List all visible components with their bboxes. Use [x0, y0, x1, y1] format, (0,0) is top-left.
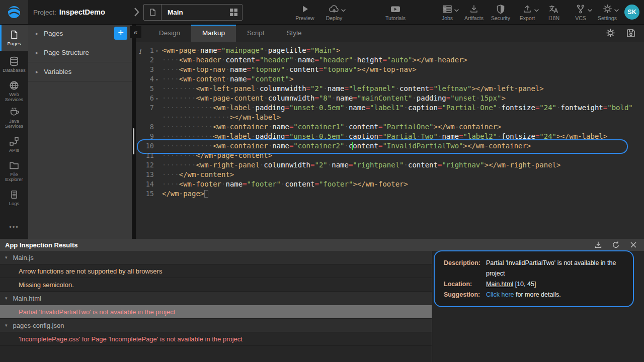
user-avatar[interactable]: SK: [624, 5, 639, 20]
editor-tab-script[interactable]: Script: [236, 24, 276, 42]
code-line[interactable]: 13····</wm-content>: [136, 170, 644, 179]
wavemaker-logo[interactable]: [0, 0, 28, 24]
toolbar-label: VCS: [575, 15, 586, 21]
editor-tab-style[interactable]: Style: [276, 24, 313, 42]
inspection-file-name: Main.html: [13, 295, 41, 302]
add-page-button[interactable]: +: [114, 27, 127, 40]
inspection-result-row[interactable]: Partial 'InvalidPartialTwo' is not avail…: [0, 305, 432, 319]
inspection-result-row[interactable]: 'IncompletePage.css' for Page 'Incomplet…: [0, 332, 432, 346]
code-line[interactable]: 3····<wm-top-nav·name="topnav"·content="…: [136, 65, 644, 74]
collapse-panel-button[interactable]: «: [130, 26, 141, 38]
toolbar-label: Jobs: [442, 15, 453, 21]
code-area[interactable]: i 1▾<wm-page·name="mainpage"·pagetitle="…: [136, 42, 644, 239]
click-here-link[interactable]: Click here: [486, 291, 514, 298]
sidebar-item-pages[interactable]: Pages: [0, 24, 28, 51]
inspection-group-pages-config-json[interactable]: ▾pages-config.json: [0, 319, 432, 332]
code-text: ····<wm-top-nav·name="topnav"·content="t…: [160, 65, 417, 74]
code-line[interactable]: 1▾<wm-page·name="mainpage"·pagetitle="Ma…: [136, 46, 644, 55]
code-line[interactable]: 6▾········<wm-page-content·columnwidth="…: [136, 94, 644, 103]
database-icon: [9, 56, 20, 67]
code-line[interactable]: 14····<wm-footer·name="footer"·content="…: [136, 179, 644, 189]
code-line[interactable]: 7············<wm-label·padding="unset·0.…: [136, 103, 644, 113]
inspection-header-actions: [594, 240, 638, 249]
sidebar-item-file-explorer[interactable]: File Explorer: [0, 157, 28, 184]
sidebar-item-logs[interactable]: Logs: [0, 184, 28, 211]
sidebar-item-databases[interactable]: Databases: [0, 51, 28, 77]
code-line[interactable]: 9············<wm-label·padding="unset·0.…: [136, 132, 644, 141]
tooltip-suggestion-row: Suggestion: Click here for more details.: [444, 290, 624, 300]
code-text: ········<wm-right-panel·columnwidth="2"·…: [160, 160, 560, 170]
toolbar-vcs-button[interactable]: VCS: [570, 0, 591, 24]
expand-arrow-icon[interactable]: ▸: [36, 69, 38, 74]
editor-tab-design[interactable]: Design: [148, 24, 191, 42]
file-explorer-icon: [9, 160, 20, 171]
fold-arrow-icon[interactable]: ▾: [154, 46, 160, 55]
sidebar-item-label: File Explorer: [2, 172, 27, 182]
fold-gutter: [154, 160, 160, 170]
error-detail-tooltip: Description: Partial 'InvalidPartialTwo'…: [434, 250, 634, 307]
panel-scrollbar-thumb[interactable]: [133, 128, 134, 154]
collapse-triangle-icon[interactable]: ▾: [5, 296, 8, 301]
fold-arrow-icon[interactable]: ▾: [154, 94, 160, 103]
panel-scrollbar-track[interactable]: [132, 24, 136, 239]
sidebar-item-web-services[interactable]: Web Services: [0, 77, 28, 104]
toolbar-security-button[interactable]: Security: [490, 0, 511, 24]
toolbar-artifacts-button[interactable]: Artifacts: [463, 0, 485, 24]
refresh-icon[interactable]: [611, 240, 620, 249]
more-icon[interactable]: •••: [0, 223, 28, 231]
sidebar-item-apis[interactable]: APIs: [0, 131, 28, 157]
inspection-result-row[interactable]: Missing semicolon.: [0, 278, 432, 292]
toolbar-preview-button[interactable]: Preview: [294, 0, 315, 24]
collapse-triangle-icon[interactable]: ▾: [5, 255, 8, 260]
panel-section-pages[interactable]: ▸Pages+: [28, 24, 132, 43]
fold-arrow-icon[interactable]: ▾: [154, 74, 160, 84]
markup-settings-gear-icon[interactable]: [605, 28, 616, 38]
description-label: Description:: [444, 258, 486, 279]
panel-section-page-structure[interactable]: ▸Page Structure: [28, 43, 132, 62]
editor-tab-bar: DesignMarkupScriptStyle: [136, 24, 644, 42]
code-line[interactable]: 4▾····<wm-content·name="content">: [136, 74, 644, 84]
toolbar-deploy-button[interactable]: Deploy: [324, 0, 345, 24]
toolbar-settings-button[interactable]: Settings: [597, 0, 618, 24]
expand-arrow-icon[interactable]: ▸: [36, 31, 38, 36]
jobs-icon: [442, 3, 453, 15]
location-label: Location:: [444, 279, 486, 290]
grid-view-icon[interactable]: [225, 5, 242, 20]
code-line[interactable]: 12········<wm-right-panel·columnwidth="2…: [136, 160, 644, 170]
code-text: <wm-page·name="mainpage"·pagetitle="Main…: [160, 46, 340, 55]
toolbar-export-button[interactable]: Export: [517, 0, 538, 24]
project-label: Project:: [33, 9, 56, 16]
left-icon-sidebar: PagesDatabasesWeb ServicesJava ServicesA…: [0, 24, 28, 239]
toolbar-i18n-button[interactable]: I18N: [543, 0, 565, 24]
toolbar-tutorials-button[interactable]: Tutorials: [385, 0, 406, 24]
code-line[interactable]: 15</wm-page>: [136, 189, 644, 199]
location-position: [10, 45]: [513, 281, 536, 288]
collapse-triangle-icon[interactable]: ▾: [5, 323, 8, 328]
download-report-icon[interactable]: [594, 240, 603, 249]
code-line[interactable]: 5········<wm-left-panel·columnwidth="2"·…: [136, 84, 644, 94]
inspection-result-row[interactable]: Arrow functions are not supported by all…: [0, 264, 432, 278]
code-line[interactable]: 8············<wm-container·name="contain…: [136, 122, 644, 132]
editor-tab-markup[interactable]: Markup: [191, 24, 236, 42]
inspection-group-main-js[interactable]: ▾Main.js: [0, 251, 432, 264]
panel-section-variables[interactable]: ▸Variables: [28, 62, 132, 81]
code-line-highlighted[interactable]: 10············<wm-container·name="contai…: [136, 141, 644, 151]
location-file-link[interactable]: Main.html: [486, 281, 513, 288]
expand-arrow-icon[interactable]: ▸: [36, 50, 38, 55]
close-panel-icon[interactable]: [629, 240, 638, 249]
sidebar-item-label: Logs: [9, 201, 20, 206]
inspection-results-list: ▾Main.jsArrow functions are not supporte…: [0, 251, 432, 362]
code-line[interactable]: ················></wm-label>: [136, 113, 644, 122]
inspection-group-main-html[interactable]: ▾Main.html: [0, 292, 432, 305]
line-number: 5: [136, 84, 154, 94]
toolbar-jobs-button[interactable]: Jobs: [437, 0, 458, 24]
code-line[interactable]: 2····<wm-header·content="header"·name="h…: [136, 55, 644, 65]
save-markup-icon[interactable]: [626, 28, 636, 38]
fold-gutter: [154, 179, 160, 189]
apis-icon: [9, 136, 20, 147]
sidebar-item-java-services[interactable]: Java Services: [0, 104, 28, 131]
code-line[interactable]: 11········</wm-page-content>: [136, 151, 644, 160]
chevron-right-icon[interactable]: [131, 7, 141, 18]
page-tab-main[interactable]: Main: [143, 4, 243, 21]
project-name: InspectDemo: [59, 8, 105, 16]
